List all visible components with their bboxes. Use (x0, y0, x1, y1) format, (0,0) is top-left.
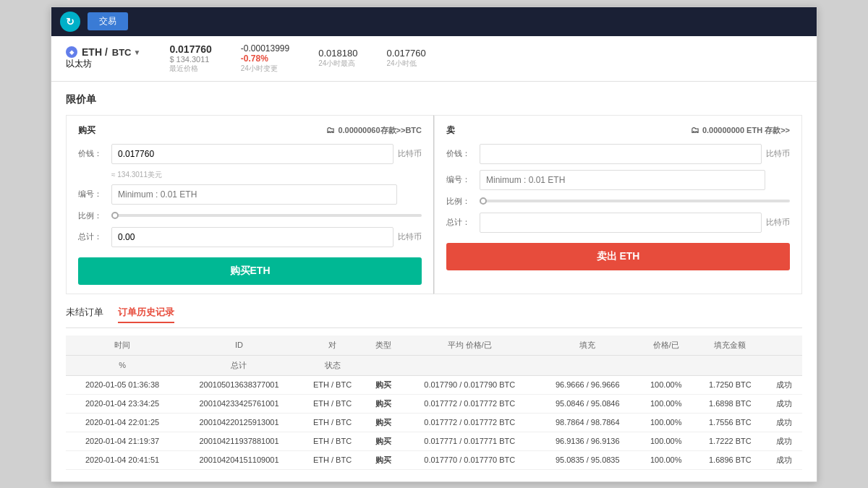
main-content: 限价单 购买 🗂 0.00000060存款>>BTC 价钱： 比特币 ≈ 134… (51, 82, 817, 481)
sell-slider-track[interactable] (480, 200, 790, 202)
cell-id: 200105013638377001 (179, 375, 299, 394)
order-tabs: 未结订单 订单历史记录 (66, 306, 802, 328)
buy-price-unit: 比特币 (398, 148, 422, 159)
orders-table: 时间 ID 对 类型 平均 价格/已 填充 价格/已 填充金额 % 总计 状态 (66, 335, 802, 470)
buy-button[interactable]: 购买ETH (78, 257, 422, 285)
cell-pair: ETH / BTC (299, 394, 365, 413)
sell-price-row: 价钱： 比特币 (446, 144, 790, 164)
cell-price: 1.7222 BTC (694, 432, 766, 450)
table-row: 2020-01-05 01:36:38 200105013638377001 E… (66, 375, 802, 394)
ticker-change-label: 24小时变更 (241, 64, 289, 74)
ticker-price-usd: $ 134.3011 (169, 55, 211, 64)
buy-price-row: 价钱： 比特币 (78, 144, 422, 164)
sell-wallet-icon: 🗂 (691, 125, 699, 135)
ticker-change-block: -0.00013999 -0.78% 24小时变更 (241, 43, 289, 74)
cell-id: 200104204151109001 (179, 450, 299, 469)
buy-slider-track[interactable] (111, 214, 422, 217)
sell-side: 卖 🗂 0.00000000 ETH 存款>> 价钱： 比特币 编号： (434, 115, 802, 294)
cell-price: 1.6898 BTC (694, 394, 766, 413)
cell-id: 200104233425761001 (179, 394, 299, 413)
btc-pair-text: BTC (112, 47, 132, 58)
cell-price: 1.6896 BTC (694, 450, 766, 469)
table-header-row: 时间 ID 对 类型 平均 价格/已 填充 价格/已 填充金额 (66, 335, 802, 356)
th-status (766, 335, 802, 356)
cell-type: 购买 (365, 394, 401, 413)
ticker-sub-label: 以太坊 (66, 58, 140, 70)
sell-button[interactable]: 卖出 ETH (446, 243, 790, 270)
cell-avg-price: 0.017790 / 0.017790 BTC (401, 375, 537, 394)
cell-pct: 100.00% (637, 375, 694, 394)
ticker-change-val: -0.00013999 (241, 43, 289, 53)
cell-price: 1.7250 BTC (694, 375, 766, 394)
cell-type: 购买 (365, 450, 401, 469)
ticker-low-value: 0.017760 (386, 48, 425, 59)
sell-price-input[interactable] (480, 144, 762, 164)
ticker-price-label: 最近价格 (169, 64, 211, 74)
sell-ratio-row: 比例： (446, 196, 790, 207)
ticker-high-label: 24小时最高 (318, 59, 357, 69)
th-avg-price: 平均 价格/已 (401, 335, 537, 356)
ticker-change-pct: -0.78% (241, 53, 289, 64)
cell-time: 2020-01-04 21:19:37 (66, 432, 179, 450)
nav-logo[interactable]: ↻ (60, 12, 80, 32)
table-row: 2020-01-04 20:41:51 200104204151109001 E… (66, 450, 802, 469)
cell-fill: 96.9136 / 96.9136 (537, 432, 637, 450)
buy-total-row: 总计： 比特币 (78, 227, 422, 247)
buy-slider-thumb[interactable] (111, 212, 119, 219)
cell-avg-price: 0.017772 / 0.017772 BTC (401, 394, 537, 413)
table-row: 2020-01-04 22:01:25 200104220125913001 E… (66, 413, 802, 432)
buy-total-label: 总计： (78, 231, 107, 242)
th-pct: 价格/已 (637, 335, 694, 356)
nav-bar: ↻ 交易 (51, 7, 817, 36)
sell-side-header: 卖 🗂 0.00000000 ETH 存款>> (446, 124, 790, 137)
cell-time: 2020-01-04 20:41:51 (66, 450, 179, 469)
table-row: 2020-01-04 23:34:25 200104233425761001 E… (66, 394, 802, 413)
ticker-symbol-text: ETH / (82, 46, 108, 58)
tab-order-history[interactable]: 订单历史记录 (118, 306, 174, 323)
cell-fill: 95.0846 / 95.0846 (537, 394, 637, 413)
cell-time: 2020-01-04 23:34:25 (66, 394, 179, 413)
nav-active-tab[interactable]: 交易 (88, 12, 128, 30)
ticker-high-value: 0.018180 (318, 48, 357, 59)
table-sub-header-row: % 总计 状态 (66, 355, 802, 375)
sell-slider-thumb[interactable] (480, 197, 487, 205)
table-row: 2020-01-04 21:19:37 200104211937881001 E… (66, 432, 802, 450)
wallet-icon: 🗂 (326, 125, 335, 135)
buy-total-input[interactable] (111, 227, 393, 247)
cell-pair: ETH / BTC (299, 413, 365, 432)
ticker-bar: ◆ ETH / BTC ▼ 以太坊 0.017760 $ 134.3011 最近… (51, 36, 817, 82)
th-pct-sub: % (66, 355, 179, 375)
ticker-price-block: 0.017760 $ 134.3011 最近价格 (169, 43, 211, 74)
th-total-sub: 总计 (179, 355, 299, 375)
btc-selector[interactable]: BTC ▼ (112, 47, 141, 58)
sell-balance-text: 0.00000000 ETH 存款>> (702, 125, 790, 136)
cell-fill: 96.9666 / 96.9666 (537, 375, 637, 394)
sell-total-input[interactable] (480, 213, 762, 233)
sell-qty-input[interactable] (480, 170, 765, 190)
tab-open-orders[interactable]: 未结订单 (66, 306, 103, 323)
buy-price-input[interactable] (111, 144, 393, 164)
buy-ratio-row: 比例： (78, 210, 422, 221)
cell-avg-price: 0.017770 / 0.017770 BTC (401, 450, 537, 469)
ticker-high: 0.018180 24小时最高 (318, 48, 357, 69)
chevron-down-icon: ▼ (134, 48, 141, 56)
cell-time: 2020-01-04 22:01:25 (66, 413, 179, 432)
buy-qty-input[interactable] (111, 184, 397, 205)
buy-price-label: 价钱： (78, 148, 107, 159)
cell-type: 购买 (365, 413, 401, 432)
cell-time: 2020-01-05 01:36:38 (66, 375, 179, 394)
cell-status: 成功 (766, 432, 802, 450)
sell-total-unit: 比特币 (766, 217, 790, 228)
cell-status: 成功 (766, 394, 802, 413)
buy-label: 购买 (78, 124, 95, 137)
sell-qty-label: 编号： (446, 174, 475, 185)
eth-icon: ◆ (66, 46, 77, 58)
sell-price-unit: 比特币 (766, 148, 790, 159)
cell-pair: ETH / BTC (299, 450, 365, 469)
cell-pct: 100.00% (637, 432, 694, 450)
cell-pct: 100.00% (637, 450, 694, 469)
cell-status: 成功 (766, 413, 802, 432)
cell-avg-price: 0.017771 / 0.017771 BTC (401, 432, 537, 450)
cell-pct: 100.00% (637, 413, 694, 432)
buy-balance-text: 0.00000060存款>>BTC (338, 125, 422, 136)
